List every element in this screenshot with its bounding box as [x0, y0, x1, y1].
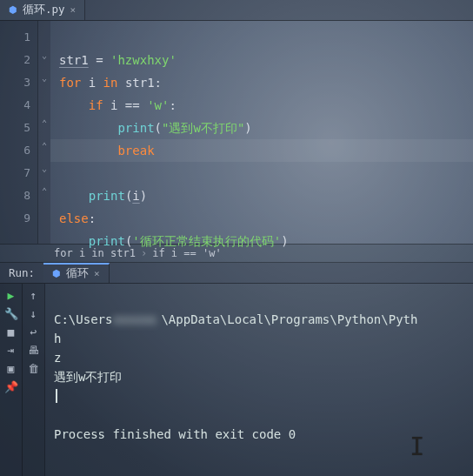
line-number: 1 [0, 26, 30, 49]
step-icon[interactable]: ⇥ [4, 344, 18, 357]
layout-icon[interactable]: ▣ [4, 362, 18, 375]
console-output[interactable]: C:\Usersxxxxxx\AppData\Local\Programs\Py… [45, 284, 473, 476]
gutter: 1 2 3 4 5 6 7 8 9 [0, 21, 38, 244]
print-icon[interactable]: 🖶 [27, 344, 41, 357]
run-label: Run: [0, 266, 43, 279]
line-number: 9 [0, 207, 30, 230]
run-panel: ▶ 🔧 ■ ⇥ ▣ 📌 ↑ ↓ ↩ 🖶 🗑 C:\Usersxxxxxx\App… [0, 284, 473, 476]
line-number: 7 [0, 162, 30, 184]
run-toolbar-right: ↑ ↓ ↩ 🖶 🗑 [23, 284, 45, 476]
close-icon[interactable]: × [70, 4, 77, 16]
code-editor[interactable]: 1 2 3 4 5 6 7 8 9 ⌄ ⌄ ⌃ ⌃ ⌄ ⌃ str1 = 'hz… [0, 21, 473, 244]
wrench-icon[interactable]: 🔧 [4, 307, 18, 320]
redacted-text: xxxxxx [112, 310, 161, 329]
line-number: 5 [0, 117, 30, 139]
soft-wrap-icon[interactable]: ↩ [27, 325, 41, 339]
fold-column: ⌄ ⌄ ⌃ ⌃ ⌄ ⌃ [38, 21, 50, 244]
code-line: else: [59, 211, 96, 225]
code-line: break [50, 139, 473, 162]
text-cursor-icon: 𝙸 [410, 438, 424, 457]
fold-end-icon: ⌃ [39, 141, 50, 151]
scroll-bottom-icon[interactable]: ↓ [27, 307, 41, 320]
scroll-top-icon[interactable]: ↑ [27, 289, 41, 302]
code-line: print("遇到w不打印") [59, 121, 252, 135]
tab-bar: ⬢ 循环.py × [0, 0, 473, 21]
fold-icon[interactable]: ⌄ [39, 50, 50, 61]
run-toolbar-left: ▶ 🔧 ■ ⇥ ▣ 📌 [0, 284, 23, 476]
file-tab-label: 循环.py [23, 3, 65, 17]
code-line: if i == 'w': [59, 98, 177, 112]
trash-icon[interactable]: 🗑 [27, 362, 41, 375]
console-caret [54, 389, 57, 403]
stop-icon[interactable]: ■ [4, 325, 18, 339]
console-line: Process finished with exit code 0 [54, 427, 296, 441]
console-line: z [54, 351, 61, 365]
code-area[interactable]: str1 = 'hzwxhxy' for i in str1: if i == … [50, 21, 473, 244]
line-number: 4 [0, 94, 30, 117]
line-number: 6 [0, 139, 30, 162]
code-line: print('循环正常结束执行的代码') [59, 234, 289, 248]
console-line: h [54, 332, 61, 345]
line-number: 2 [0, 49, 30, 71]
code-line: print(i) [59, 189, 147, 203]
code-line: for i in str1: [59, 76, 162, 90]
line-number: 8 [0, 184, 30, 207]
console-line: C:\Usersxxxxxx\AppData\Local\Programs\Py… [54, 312, 417, 326]
python-file-icon: ⬢ [9, 4, 17, 16]
line-number: 3 [0, 71, 30, 94]
console-line: 遇到w不打印 [54, 370, 122, 384]
fold-end-icon: ⌃ [39, 118, 50, 129]
fold-icon[interactable]: ⌄ [39, 164, 50, 174]
pin-icon[interactable]: 📌 [4, 380, 18, 393]
code-line: str1 = 'hzwxhxy' [59, 53, 177, 67]
fold-end-icon: ⌃ [39, 186, 50, 197]
run-icon[interactable]: ▶ [4, 289, 18, 302]
file-tab[interactable]: ⬢ 循环.py × [0, 0, 85, 20]
fold-icon[interactable]: ⌄ [39, 73, 50, 84]
